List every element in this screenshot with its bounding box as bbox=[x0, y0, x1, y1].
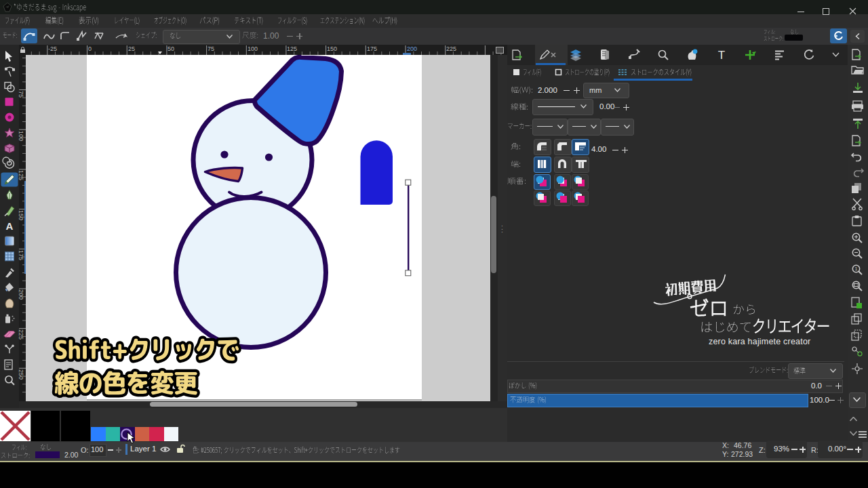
svg-text:A: A bbox=[6, 220, 14, 232]
svg-text:T: T bbox=[718, 49, 725, 62]
svg-text:1: 1 bbox=[855, 266, 858, 271]
